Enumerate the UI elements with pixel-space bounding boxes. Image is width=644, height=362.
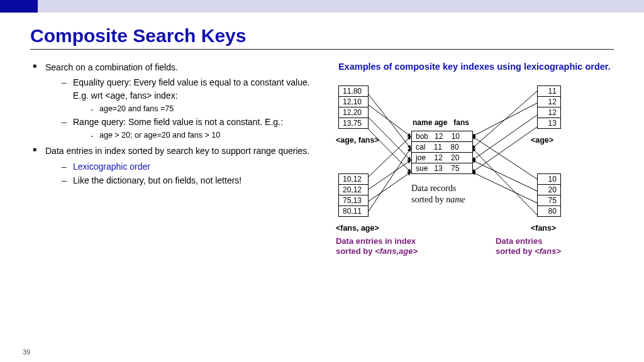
- cell: 75,13: [339, 195, 368, 206]
- cell: 75: [538, 195, 560, 206]
- svg-line-3: [366, 127, 411, 172]
- svg-line-6: [366, 172, 411, 203]
- label-age: <age>: [531, 136, 553, 145]
- svg-line-7: [366, 148, 411, 215]
- bullet-1b: Range query: Some field value is not a c…: [62, 116, 319, 141]
- connector-lines: [338, 84, 615, 310]
- cell: 12,10: [339, 97, 368, 107]
- bullet-2-text: Data entries in index sorted by search k…: [45, 146, 309, 156]
- center-header: name age fans: [413, 118, 469, 127]
- bullet-2b: Like the dictionary, but on fields, not …: [62, 174, 319, 187]
- svg-line-12: [472, 136, 537, 179]
- svg-line-15: [472, 148, 537, 215]
- cell: 11: [538, 86, 560, 97]
- top-accent-bar: [0, 0, 644, 13]
- cell: 20: [538, 185, 560, 195]
- right-column: Examples of composite key indexes using …: [338, 61, 614, 310]
- cell: 13: [538, 118, 560, 128]
- bullet-1a: Equality query: Every field value is equ…: [62, 76, 319, 114]
- bullet-1b1: age > 20; or age=20 and fans > 10: [91, 129, 319, 141]
- box-fans: 10 20 75 80: [537, 173, 561, 217]
- cell: sue 13 75: [412, 163, 472, 173]
- svg-line-10: [472, 115, 537, 160]
- diagram-caption: Examples of composite key indexes using …: [338, 61, 614, 73]
- label-age-fans: <age, fans>: [336, 136, 379, 145]
- cell: 80,11: [339, 206, 368, 216]
- cell: 11,80: [339, 86, 368, 97]
- cell: 20,12: [339, 185, 368, 195]
- svg-line-11: [472, 127, 537, 172]
- slide-body: Composite Search Keys Search on a combin…: [0, 13, 644, 310]
- title-underline: [30, 49, 614, 50]
- cell: 12: [538, 107, 560, 118]
- cell: joe 12 20: [412, 153, 472, 163]
- slide-title: Composite Search Keys: [30, 25, 614, 47]
- bullet-2: Data entries in index sorted by search k…: [30, 145, 319, 187]
- bullet-2a: Lexicographic order: [62, 160, 319, 173]
- cell: 12: [538, 97, 560, 107]
- svg-line-5: [366, 160, 411, 191]
- bullet-1b-text: Range query: Some field value is not a c…: [73, 117, 283, 127]
- cell: bob 12 10: [412, 131, 472, 142]
- bullet-1a1: age=20 and fans =75: [91, 103, 319, 114]
- box-fans-age: 10,12 20,12 75,13 80,11: [338, 173, 369, 217]
- svg-line-8: [472, 91, 537, 148]
- top-accent-block: [0, 0, 38, 13]
- label-fans-age: <fans, age>: [336, 224, 379, 233]
- svg-line-1: [366, 103, 411, 136]
- cell: 12,20: [339, 107, 368, 118]
- cell: 10,12: [339, 174, 368, 185]
- box-age-fans: 11,80 12,10 12,20 13,75: [338, 85, 369, 129]
- label-fans: <fans>: [531, 224, 556, 233]
- left-column: Search on a combination of fields. Equal…: [30, 61, 319, 310]
- cell: 80: [538, 206, 560, 216]
- bullet-1a-text: Equality query: Every field value is equ…: [73, 77, 310, 100]
- cell: cal 11 80: [412, 142, 472, 153]
- cell: 10: [538, 174, 560, 185]
- center-sub-1: Data records: [411, 184, 456, 194]
- page-number: 39: [23, 348, 30, 356]
- box-age: 11 12 12 13: [537, 85, 561, 129]
- sublabel-right: Data entriessorted by <fans>: [496, 236, 561, 257]
- bullet-1-text: Search on a combination of fields.: [45, 62, 178, 72]
- svg-line-9: [472, 103, 537, 136]
- sublabel-left: Data entries in indexsorted by <fans,age…: [336, 236, 418, 257]
- center-sub-2: sorted by name: [411, 195, 465, 205]
- svg-line-13: [472, 160, 537, 191]
- svg-line-14: [472, 172, 537, 203]
- cell: 13,75: [339, 118, 368, 128]
- box-center: bob 12 10 cal 11 80 joe 12 20 sue 13 75: [411, 131, 473, 174]
- bullet-1: Search on a combination of fields. Equal…: [30, 61, 319, 141]
- diagram: 11,80 12,10 12,20 13,75 <age, fans> 10,1…: [338, 84, 614, 310]
